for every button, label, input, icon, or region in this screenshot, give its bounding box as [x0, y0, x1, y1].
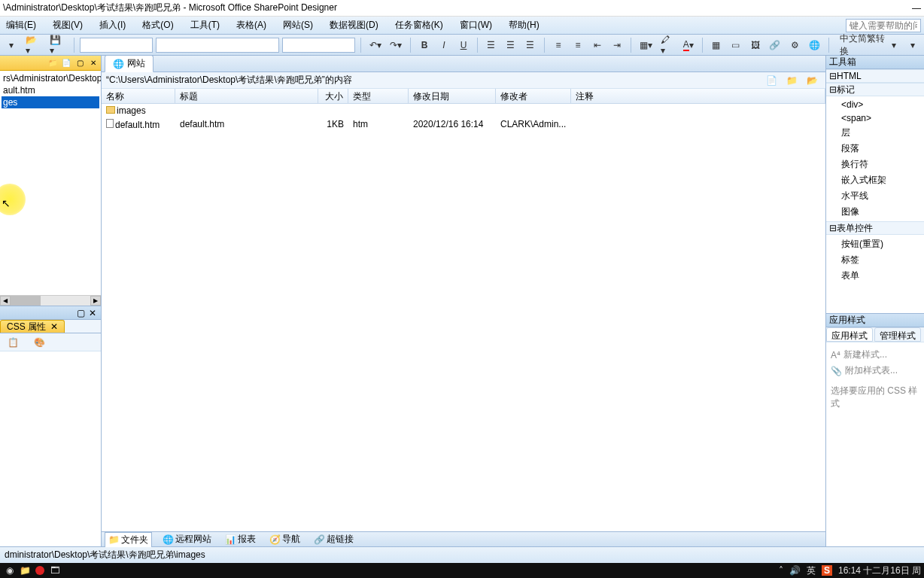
- file-row[interactable]: images: [102, 104, 825, 117]
- italic-button[interactable]: I: [436, 37, 452, 53]
- scroll-right-icon[interactable]: ▶: [90, 296, 101, 306]
- bold-button[interactable]: B: [416, 37, 433, 53]
- tab-reports[interactable]: 📊报表: [222, 532, 259, 546]
- font-size-dropdown[interactable]: [282, 38, 355, 53]
- new-page-icon[interactable]: 📄: [763, 72, 780, 89]
- webpart-button[interactable]: ⚙: [786, 37, 803, 53]
- redo-button[interactable]: ↷▾: [388, 37, 405, 53]
- align-center-button[interactable]: ☰: [503, 37, 519, 53]
- minimize-button[interactable]: —: [912, 3, 921, 14]
- tool-iframe[interactable]: 嵌入式框架: [826, 172, 924, 188]
- menu-insert[interactable]: 插入(I): [96, 17, 129, 33]
- highlight-button[interactable]: 🖍▾: [658, 37, 676, 53]
- menu-table[interactable]: 表格(A): [233, 17, 269, 33]
- chrome-icon[interactable]: ◉: [3, 564, 17, 576]
- menu-taskpane[interactable]: 任务窗格(K): [392, 17, 446, 33]
- css-tab-close-icon[interactable]: ✕: [50, 321, 58, 332]
- outdent-button[interactable]: ⇤: [589, 37, 606, 53]
- col-date[interactable]: 修改日期: [409, 89, 496, 103]
- tool-image[interactable]: 图像: [826, 204, 924, 220]
- help-search-input[interactable]: [846, 19, 921, 32]
- tool-span[interactable]: <span>: [826, 111, 924, 125]
- css-summary-icon[interactable]: 📋: [5, 334, 22, 351]
- sougou-icon[interactable]: S: [822, 565, 832, 576]
- folder-new-icon[interactable]: 📁: [47, 57, 59, 69]
- menu-format[interactable]: 格式(O): [139, 17, 176, 33]
- scroll-left-icon[interactable]: ◀: [0, 296, 11, 306]
- folder-tree[interactable]: rs\Administrator\Desktop ault.htm ges: [0, 71, 101, 110]
- underline-button[interactable]: U: [455, 37, 472, 53]
- tree-file[interactable]: ault.htm: [2, 84, 99, 96]
- tool-paragraph[interactable]: 段落: [826, 141, 924, 157]
- clock[interactable]: 16:14 十二月16日 周: [838, 564, 921, 577]
- image-button[interactable]: 🖼: [747, 37, 764, 53]
- tab-folders[interactable]: 📁文件夹: [105, 532, 152, 547]
- tree-path[interactable]: rs\Administrator\Desktop: [2, 72, 99, 84]
- borders-button[interactable]: ▦▾: [637, 37, 655, 53]
- col-type[interactable]: 类型: [348, 89, 409, 103]
- open-button[interactable]: 📂▾: [23, 37, 44, 53]
- tab-hyperlinks[interactable]: 🔗超链接: [311, 532, 357, 546]
- col-modby[interactable]: 修改者: [496, 89, 571, 103]
- new-style-link[interactable]: A⁴ 新建样式...: [831, 347, 919, 363]
- col-size[interactable]: 大小: [318, 89, 348, 103]
- menu-site[interactable]: 网站(S): [280, 17, 316, 33]
- site-tab[interactable]: 🌐 网站: [105, 55, 153, 72]
- tool-label[interactable]: 标签: [826, 252, 924, 268]
- folder-doc-icon[interactable]: 📄: [60, 57, 72, 69]
- css-panel-max-icon[interactable]: ▢: [75, 308, 86, 318]
- attach-stylesheet-link[interactable]: 📎 附加样式表...: [831, 363, 919, 379]
- menu-view[interactable]: 视图(V): [50, 17, 86, 33]
- up-folder-icon[interactable]: 📂: [804, 72, 821, 89]
- tab-navigation[interactable]: 🧭导航: [266, 532, 303, 546]
- menu-help[interactable]: 帮助(H): [506, 17, 543, 33]
- form-group-header[interactable]: ⊟表单控件: [826, 221, 924, 235]
- hyperlink-button[interactable]: 🔗: [767, 37, 784, 53]
- folder-max-icon[interactable]: ▢: [74, 57, 86, 69]
- file-row[interactable]: default.htm default.htm 1KB htm 2020/12/…: [102, 117, 825, 131]
- align-left-button[interactable]: ☰: [483, 37, 500, 53]
- css-rules-icon[interactable]: 🎨: [31, 334, 48, 351]
- toolbar-overflow[interactable]: ▾: [904, 37, 921, 53]
- css-panel-close-icon[interactable]: ✕: [87, 308, 98, 318]
- folder-close-icon[interactable]: ✕: [87, 57, 99, 69]
- explorer-icon[interactable]: 📁: [18, 564, 32, 576]
- layer-button[interactable]: ▭: [728, 37, 744, 53]
- col-comment[interactable]: 注释: [571, 89, 825, 103]
- apply-styles-tab[interactable]: 应用样式: [826, 327, 873, 342]
- align-right-button[interactable]: ☰: [522, 37, 539, 53]
- preview-button[interactable]: 🌐: [806, 37, 823, 53]
- font-family-dropdown[interactable]: [156, 38, 280, 53]
- menu-dataview[interactable]: 数据视图(D): [327, 17, 381, 33]
- style-dropdown[interactable]: [80, 38, 153, 53]
- record-icon[interactable]: [33, 564, 47, 576]
- menu-window[interactable]: 窗口(W): [457, 17, 495, 33]
- tray-up-icon[interactable]: ˄: [779, 565, 783, 576]
- css-properties-tab[interactable]: CSS 属性 ✕: [0, 320, 65, 333]
- tool-form[interactable]: 表单: [826, 268, 924, 284]
- tool-div[interactable]: <div>: [826, 98, 924, 111]
- volume-icon[interactable]: 🔊: [789, 565, 801, 576]
- col-title[interactable]: 标题: [175, 89, 318, 103]
- sharepoint-designer-icon[interactable]: 🗔: [48, 564, 62, 576]
- undo-button[interactable]: ↶▾: [366, 37, 384, 53]
- tool-hr[interactable]: 水平线: [826, 188, 924, 204]
- tool-reset-button[interactable]: 按钮(重置): [826, 236, 924, 252]
- html-group-header[interactable]: ⊟HTML: [826, 69, 924, 83]
- ime-indicator[interactable]: 英: [807, 564, 816, 577]
- tool-layer[interactable]: 层: [826, 125, 924, 141]
- menu-tools[interactable]: 工具(T): [187, 17, 223, 33]
- tree-selected[interactable]: ges: [2, 96, 99, 108]
- cn-convert-button[interactable]: 中文简繁转换 ▾: [834, 37, 901, 53]
- font-color-button[interactable]: A▾: [680, 37, 697, 53]
- scroll-thumb[interactable]: [11, 296, 41, 306]
- new-button[interactable]: ▾: [3, 37, 20, 53]
- indent-button[interactable]: ⇥: [609, 37, 625, 53]
- folder-scrollbar-h[interactable]: ◀ ▶: [0, 295, 101, 306]
- manage-styles-tab[interactable]: 管理样式: [874, 327, 921, 342]
- col-name[interactable]: 名称: [102, 89, 175, 103]
- table-button[interactable]: ▦: [708, 37, 725, 53]
- tool-br[interactable]: 换行符: [826, 157, 924, 172]
- bullet-list-button[interactable]: ≡: [570, 37, 586, 53]
- menu-edit[interactable]: 编辑(E): [3, 17, 39, 33]
